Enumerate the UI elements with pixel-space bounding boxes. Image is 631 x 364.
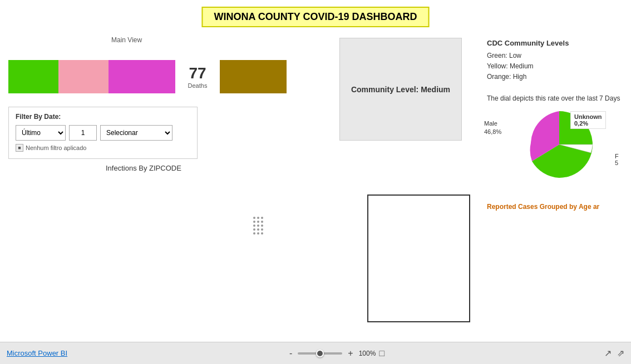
main-view-label: Main View xyxy=(111,36,142,44)
cdc-orange: Orange: High xyxy=(487,72,620,82)
tile-deaths: 77 Deaths xyxy=(175,60,220,93)
cdc-green: Green: Low xyxy=(487,51,620,61)
deaths-number: 77 xyxy=(189,64,206,82)
filter-note-text: Nenhum filtro aplicado xyxy=(26,144,86,151)
toolbar-icons: ↗ ⇗ xyxy=(604,348,624,358)
zoom-slider[interactable] xyxy=(298,352,342,355)
male-label: Male 46,8% xyxy=(484,119,501,137)
share-icon[interactable]: ↗ xyxy=(604,348,612,358)
filter-dropdown-selecionar[interactable]: Selecionar xyxy=(100,125,172,141)
zoom-minus-button[interactable]: - xyxy=(287,348,294,358)
map-box xyxy=(367,195,470,322)
male-text: Male xyxy=(484,119,501,128)
bottom-toolbar: Microsoft Power BI - + 100% □ ↗ ⇗ xyxy=(0,342,631,364)
loading-dots xyxy=(253,217,263,235)
zoom-percent: 100% xyxy=(359,350,376,357)
tile-olive[interactable] xyxy=(220,60,287,93)
tile-green[interactable] xyxy=(8,60,58,93)
expand-icon[interactable]: ⇗ xyxy=(617,348,624,358)
fit-icon[interactable]: □ xyxy=(379,348,384,358)
dashboard-title: WINONA COUNTY COVID-19 DASHBOARD xyxy=(201,7,429,27)
filter-row: Último Selecionar xyxy=(16,125,190,141)
filter-title: Filter By Date: xyxy=(16,113,190,121)
female-label: F 5 xyxy=(615,153,619,166)
reported-cases-label: Reported Cases Grouped by Age ar xyxy=(487,203,599,211)
powerbi-link[interactable]: Microsoft Power BI xyxy=(7,349,67,357)
zoom-slider-thumb[interactable] xyxy=(316,350,324,357)
community-level-box: Community Level: Medium xyxy=(339,38,462,141)
unknown-pct: 0,2% xyxy=(574,120,602,127)
tile-magenta[interactable] xyxy=(109,60,175,93)
female-text: F xyxy=(615,153,619,159)
zoom-controls: - + 100% □ xyxy=(287,348,384,358)
pie-legend-unknown: Unknown 0,2% xyxy=(570,111,606,129)
male-pct: 46,8% xyxy=(484,128,501,136)
filter-dropdown-ultimo[interactable]: Último xyxy=(16,125,66,141)
zoom-plus-button[interactable]: + xyxy=(346,348,355,358)
deaths-label: Deaths xyxy=(188,82,208,89)
tile-pink[interactable] xyxy=(58,60,109,93)
female-pct: 5 xyxy=(615,159,619,166)
cdc-yellow: Yellow: Medium xyxy=(487,61,620,72)
filter-input-number[interactable] xyxy=(69,125,97,141)
cdc-title: CDC Community Levels xyxy=(487,38,620,49)
filter-note-icon: ■ xyxy=(16,144,23,152)
color-tiles: 77 Deaths xyxy=(8,60,287,93)
unknown-label: Unknown xyxy=(574,113,602,120)
filter-panel: Filter By Date: Último Selecionar ■ Nenh… xyxy=(8,107,198,159)
infections-label: Infections By ZIPCODE xyxy=(106,164,181,172)
cdc-note: The dial depicts this rate over the last… xyxy=(487,93,620,104)
pie-chart-area: Male 46,8% Unknown 0,2% F 5 xyxy=(484,108,629,197)
filter-note: ■ Nenhum filtro aplicado xyxy=(16,144,190,152)
community-level-text: Community Level: Medium xyxy=(351,85,450,94)
cdc-info: CDC Community Levels Green: Low Yellow: … xyxy=(487,38,620,104)
